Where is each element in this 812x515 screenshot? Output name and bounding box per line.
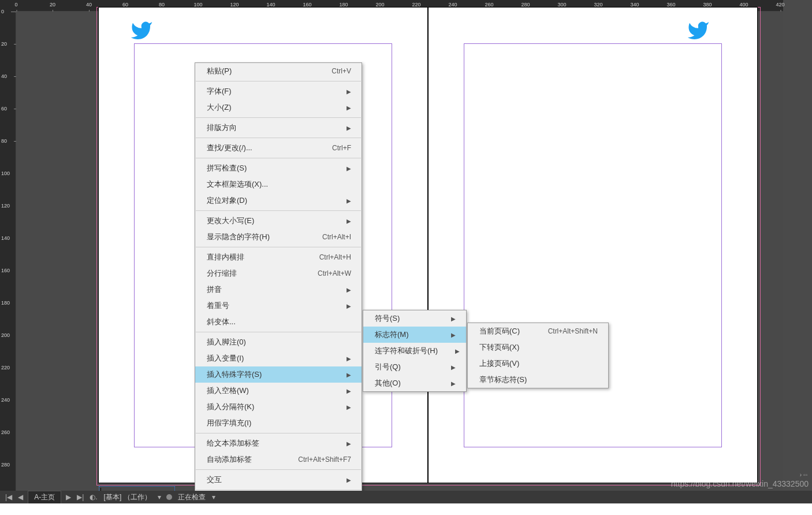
menu-item[interactable]: 插入脚注(0) [195,334,362,350]
page-indicator[interactable]: A-主页 [28,491,61,504]
nav-next-icon[interactable]: ▶ [63,493,74,501]
submenu-arrow-icon: ▶ [347,477,351,483]
twitter-icon [684,19,713,42]
submenu-arrow-icon: ▶ [451,332,456,338]
menu-item[interactable]: 插入空格(W)▶ [195,383,362,399]
menu-item-label: 交互 [207,475,222,485]
submenu-arrow-icon: ▶ [455,348,460,354]
submenu-arrow-icon: ▶ [347,125,351,131]
nav-prev-icon[interactable]: ◀ [15,493,26,501]
menu-item[interactable]: 大小(Z)▶ [195,99,362,116]
submenu-arrow-icon: ▶ [451,316,456,322]
menu-item-label: 字体(F) [207,86,232,97]
nav-last-icon[interactable]: ▶| [74,493,87,501]
menu-item[interactable]: 章节标志符(S) [468,372,608,388]
submenu-arrow-icon: ▶ [347,218,351,224]
menu-item[interactable]: 标志符(M)▶ [363,327,466,343]
menu-item-label: 大小(Z) [207,102,232,113]
submenu-arrow-icon: ▶ [451,364,456,370]
menu-item-label: 斜变体... [207,317,236,327]
menu-item[interactable]: 给文本添加标签▶ [195,435,362,451]
menu-item[interactable]: 粘贴(P)Ctrl+V [195,63,362,79]
submenu-arrow-icon: ▶ [347,165,351,172]
menu-item-label: 更改大小写(E) [207,216,254,226]
menu-item-label: 下转页码(X) [479,342,519,353]
status-bar: |◀ ◀ A-主页 ▶ ▶| ◐. [基本] （工作） ▾ 正在检查 ▾ › ▫… [0,491,812,503]
menu-separator [196,138,361,138]
menu-item-label: 自动添加标签 [207,454,252,465]
menu-item[interactable]: 直排内横排Ctrl+Alt+H [195,249,362,265]
menu-shortcut: Ctrl+V [331,67,351,75]
menu-item-label: 拼写检查(S) [207,163,247,173]
submenu-arrow-icon: ▶ [347,287,351,293]
menu-item[interactable]: 更改大小写(E)▶ [195,213,362,229]
menu-item[interactable]: 插入变量(I)▶ [195,350,362,366]
submenu-arrow-icon: ▶ [347,88,351,95]
menu-separator [196,117,361,118]
menu-item-label: 给文本添加标签 [207,438,259,449]
menu-item-label: 用假字填充(I) [207,418,251,428]
menu-item-label: 文本框架选项(X)... [207,179,268,190]
menu-item[interactable]: 拼写检查(S)▶ [195,160,362,176]
menu-shortcut: Ctrl+Alt+Shift+F7 [298,455,351,464]
menu-item[interactable]: 显示隐含的字符(H)Ctrl+Alt+I [195,229,362,245]
menu-item-label: 直排内横排 [207,252,244,262]
menu-item-label: 着重号 [207,301,229,311]
right-panel-edge [783,0,812,515]
menu-item[interactable]: 着重号▶ [195,298,362,314]
menu-item[interactable]: 下转页码(X) [468,339,608,355]
menu-item[interactable]: 定位对象(D)▶ [195,192,362,209]
submenu-arrow-icon: ▶ [347,303,351,309]
menu-item[interactable]: 符号(S)▶ [363,310,466,327]
submenu-markers[interactable]: 当前页码(C)Ctrl+Alt+Shift+N下转页码(X)上接页码(V)章节标… [467,323,609,388]
menu-item[interactable]: 斜变体... [195,314,362,330]
menu-item[interactable]: 交互▶ [195,472,362,488]
menu-shortcut: Ctrl+Alt+Shift+N [548,327,598,335]
menu-item-label: 插入分隔符(K) [207,402,254,412]
menu-separator [196,158,361,158]
menu-separator [196,433,361,434]
menu-separator [196,332,361,332]
menu-item[interactable]: 文本框架选项(X)... [195,176,362,192]
menu-item[interactable]: 查找/更改(/)...Ctrl+F [195,140,362,156]
dropdown-arrow-icon[interactable]: ▾ [155,493,164,501]
right-page[interactable] [428,7,758,483]
menu-item-label: 连字符和破折号(H) [375,346,438,356]
nav-first-icon[interactable]: |◀ [2,493,15,501]
vertical-ruler: 0204060801001201401601802002202402602803… [0,12,16,491]
menu-item[interactable]: 插入分隔符(K)▶ [195,399,362,415]
menu-item-label: 当前页码(C) [479,326,520,336]
document-canvas[interactable] [16,12,783,492]
menu-item-label: 上接页码(V) [479,358,519,369]
submenu-arrow-icon: ▶ [347,440,351,447]
menu-item[interactable]: 上接页码(V) [468,355,608,372]
submenu-arrow-icon: ▶ [347,198,351,204]
scroll-pages-icon[interactable]: › ▫▫ [800,472,807,478]
menu-item-label: 粘贴(P) [207,66,232,76]
dropdown-arrow-icon[interactable]: ▾ [209,493,218,501]
submenu-arrow-icon: ▶ [347,355,351,362]
menu-shortcut: Ctrl+F [332,144,351,152]
menu-item[interactable]: 排版方向▶ [195,120,362,136]
menu-item[interactable]: 其他(O)▶ [363,375,466,391]
status-dot-icon [166,494,172,500]
menu-separator [196,469,361,470]
menu-shortcut: Ctrl+Alt+H [319,253,351,261]
preflight-icon[interactable]: ◐. [87,493,100,501]
menu-item-label: 章节标志符(S) [479,375,527,385]
menu-item[interactable]: 用假字填充(I) [195,415,362,431]
menu-item[interactable]: 拼音▶ [195,281,362,298]
menu-shortcut: Ctrl+Alt+I [322,233,351,241]
menu-item[interactable]: 字体(F)▶ [195,83,362,99]
menu-item[interactable]: 分行缩排Ctrl+Alt+W [195,265,362,281]
menu-item[interactable]: 引号(Q)▶ [363,359,466,375]
menu-item[interactable]: 插入特殊字符(S)▶ [195,366,362,383]
menu-item[interactable]: 当前页码(C)Ctrl+Alt+Shift+N [468,323,608,339]
menu-item[interactable]: 连字符和破折号(H)▶ [363,343,466,359]
menu-item-label: 拼音 [207,284,222,295]
context-menu-main[interactable]: 粘贴(P)Ctrl+V字体(F)▶大小(Z)▶排版方向▶查找/更改(/)...C… [195,62,362,515]
menu-item[interactable]: 自动添加标签Ctrl+Alt+Shift+F7 [195,451,362,468]
submenu-special-chars[interactable]: 符号(S)▶标志符(M)▶连字符和破折号(H)▶引号(Q)▶其他(O)▶ [363,310,467,392]
menu-item-label: 显示隐含的字符(H) [207,232,270,242]
menu-item-label: 定位对象(D) [207,195,247,206]
